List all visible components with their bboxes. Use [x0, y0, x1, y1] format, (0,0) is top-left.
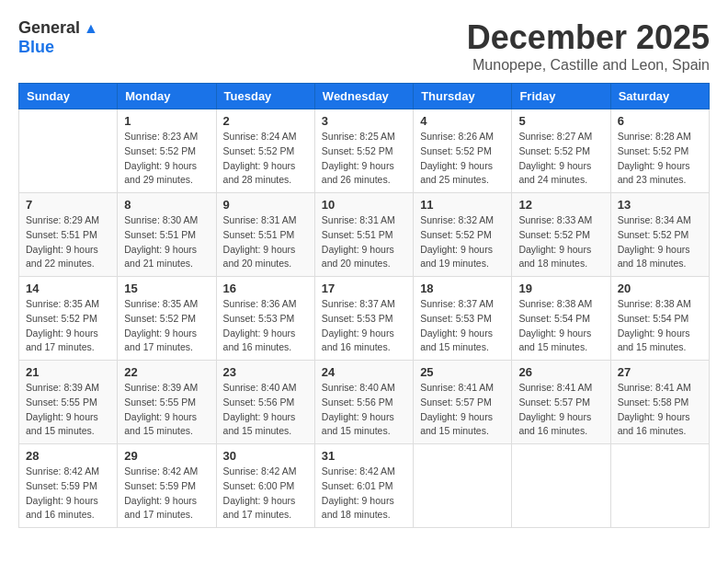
- day-number: 7: [26, 198, 110, 212]
- calendar-cell: 25Sunrise: 8:41 AM Sunset: 5:57 PM Dayli…: [414, 361, 512, 444]
- calendar-cell: [414, 444, 512, 528]
- day-number: 30: [223, 449, 308, 463]
- day-header-thursday: Thursday: [414, 84, 512, 109]
- calendar-cell: 1Sunrise: 8:23 AM Sunset: 5:52 PM Daylig…: [118, 109, 216, 193]
- calendar-cell: 10Sunrise: 8:31 AM Sunset: 5:51 PM Dayli…: [314, 193, 413, 277]
- calendar-cell: 11Sunrise: 8:32 AM Sunset: 5:52 PM Dayli…: [414, 193, 512, 277]
- day-number: 16: [223, 282, 308, 295]
- calendar-cell: 3Sunrise: 8:25 AM Sunset: 5:52 PM Daylig…: [314, 109, 413, 193]
- calendar-cell: 19Sunrise: 8:38 AM Sunset: 5:54 PM Dayli…: [512, 277, 610, 361]
- day-info: Sunrise: 8:42 AM Sunset: 6:00 PM Dayligh…: [223, 465, 308, 523]
- day-info: Sunrise: 8:25 AM Sunset: 5:52 PM Dayligh…: [322, 130, 406, 188]
- day-number: 13: [618, 198, 702, 212]
- day-info: Sunrise: 8:24 AM Sunset: 5:52 PM Dayligh…: [223, 130, 308, 188]
- logo-bird-icon: ▲: [84, 20, 98, 37]
- title-section: December 2025 Munopepe, Castille and Leo…: [467, 18, 710, 74]
- day-number: 4: [420, 114, 505, 128]
- day-number: 10: [322, 198, 406, 212]
- day-number: 11: [420, 198, 505, 212]
- day-info: Sunrise: 8:35 AM Sunset: 5:52 PM Dayligh…: [124, 297, 209, 355]
- day-info: Sunrise: 8:35 AM Sunset: 5:52 PM Dayligh…: [26, 297, 110, 355]
- day-number: 14: [26, 282, 110, 295]
- calendar-week-row: 7Sunrise: 8:29 AM Sunset: 5:51 PM Daylig…: [19, 193, 710, 277]
- day-header-sunday: Sunday: [19, 84, 118, 109]
- day-number: 20: [618, 282, 702, 295]
- day-info: Sunrise: 8:33 AM Sunset: 5:52 PM Dayligh…: [518, 213, 603, 271]
- calendar-cell: 4Sunrise: 8:26 AM Sunset: 5:52 PM Daylig…: [414, 109, 512, 193]
- calendar-cell: 31Sunrise: 8:42 AM Sunset: 6:01 PM Dayli…: [314, 444, 413, 528]
- day-info: Sunrise: 8:38 AM Sunset: 5:54 PM Dayligh…: [618, 297, 702, 355]
- calendar-cell: 22Sunrise: 8:39 AM Sunset: 5:55 PM Dayli…: [118, 361, 216, 444]
- calendar-cell: 5Sunrise: 8:27 AM Sunset: 5:52 PM Daylig…: [512, 109, 610, 193]
- calendar-cell: [19, 109, 118, 193]
- day-number: 15: [124, 282, 209, 295]
- day-number: 1: [124, 114, 209, 128]
- calendar-cell: [512, 444, 610, 528]
- day-number: 3: [322, 114, 406, 128]
- day-info: Sunrise: 8:34 AM Sunset: 5:52 PM Dayligh…: [618, 213, 702, 271]
- day-info: Sunrise: 8:38 AM Sunset: 5:54 PM Dayligh…: [518, 297, 603, 355]
- logo-general-text: General: [18, 18, 80, 38]
- calendar-cell: 27Sunrise: 8:41 AM Sunset: 5:58 PM Dayli…: [610, 361, 709, 444]
- calendar-week-row: 14Sunrise: 8:35 AM Sunset: 5:52 PM Dayli…: [19, 277, 710, 361]
- day-info: Sunrise: 8:30 AM Sunset: 5:51 PM Dayligh…: [124, 213, 209, 271]
- day-info: Sunrise: 8:39 AM Sunset: 5:55 PM Dayligh…: [124, 381, 209, 439]
- calendar-cell: 7Sunrise: 8:29 AM Sunset: 5:51 PM Daylig…: [19, 193, 118, 277]
- logo-blue-text: Blue: [18, 38, 54, 57]
- day-number: 27: [618, 365, 702, 379]
- calendar-cell: 24Sunrise: 8:40 AM Sunset: 5:56 PM Dayli…: [314, 361, 413, 444]
- calendar-cell: 26Sunrise: 8:41 AM Sunset: 5:57 PM Dayli…: [512, 361, 610, 444]
- calendar-cell: 17Sunrise: 8:37 AM Sunset: 5:53 PM Dayli…: [314, 277, 413, 361]
- day-number: 22: [124, 365, 209, 379]
- calendar-cell: 28Sunrise: 8:42 AM Sunset: 5:59 PM Dayli…: [19, 444, 118, 528]
- calendar-cell: 13Sunrise: 8:34 AM Sunset: 5:52 PM Dayli…: [610, 193, 709, 277]
- day-info: Sunrise: 8:36 AM Sunset: 5:53 PM Dayligh…: [223, 297, 308, 355]
- page-header: General ▲ Blue December 2025 Munopepe, C…: [18, 18, 710, 74]
- day-info: Sunrise: 8:41 AM Sunset: 5:58 PM Dayligh…: [618, 381, 702, 439]
- day-number: 17: [322, 282, 406, 295]
- day-info: Sunrise: 8:40 AM Sunset: 5:56 PM Dayligh…: [223, 381, 308, 439]
- calendar-cell: [610, 444, 709, 528]
- calendar-cell: 30Sunrise: 8:42 AM Sunset: 6:00 PM Dayli…: [216, 444, 314, 528]
- day-info: Sunrise: 8:41 AM Sunset: 5:57 PM Dayligh…: [420, 381, 505, 439]
- day-info: Sunrise: 8:42 AM Sunset: 6:01 PM Dayligh…: [322, 465, 406, 523]
- day-number: 28: [26, 449, 110, 463]
- day-header-tuesday: Tuesday: [216, 84, 314, 109]
- day-info: Sunrise: 8:31 AM Sunset: 5:51 PM Dayligh…: [223, 213, 308, 271]
- day-info: Sunrise: 8:40 AM Sunset: 5:56 PM Dayligh…: [322, 381, 406, 439]
- calendar-cell: 16Sunrise: 8:36 AM Sunset: 5:53 PM Dayli…: [216, 277, 314, 361]
- logo: General ▲ Blue: [18, 18, 98, 57]
- day-number: 24: [322, 365, 406, 379]
- day-number: 23: [223, 365, 308, 379]
- day-number: 21: [26, 365, 110, 379]
- day-info: Sunrise: 8:37 AM Sunset: 5:53 PM Dayligh…: [420, 297, 505, 355]
- day-number: 2: [223, 114, 308, 128]
- calendar-cell: 12Sunrise: 8:33 AM Sunset: 5:52 PM Dayli…: [512, 193, 610, 277]
- day-number: 5: [518, 114, 603, 128]
- calendar-cell: 6Sunrise: 8:28 AM Sunset: 5:52 PM Daylig…: [610, 109, 709, 193]
- day-number: 18: [420, 282, 505, 295]
- calendar-table: SundayMondayTuesdayWednesdayThursdayFrid…: [18, 83, 710, 528]
- day-info: Sunrise: 8:42 AM Sunset: 5:59 PM Dayligh…: [124, 465, 209, 523]
- day-number: 26: [518, 365, 603, 379]
- day-info: Sunrise: 8:23 AM Sunset: 5:52 PM Dayligh…: [124, 130, 209, 188]
- day-info: Sunrise: 8:26 AM Sunset: 5:52 PM Dayligh…: [420, 130, 505, 188]
- calendar-cell: 29Sunrise: 8:42 AM Sunset: 5:59 PM Dayli…: [118, 444, 216, 528]
- day-info: Sunrise: 8:42 AM Sunset: 5:59 PM Dayligh…: [26, 465, 110, 523]
- day-info: Sunrise: 8:39 AM Sunset: 5:55 PM Dayligh…: [26, 381, 110, 439]
- day-header-saturday: Saturday: [610, 84, 709, 109]
- calendar-cell: 21Sunrise: 8:39 AM Sunset: 5:55 PM Dayli…: [19, 361, 118, 444]
- calendar-week-row: 1Sunrise: 8:23 AM Sunset: 5:52 PM Daylig…: [19, 109, 710, 193]
- location-title: Munopepe, Castille and Leon, Spain: [467, 57, 710, 74]
- day-info: Sunrise: 8:37 AM Sunset: 5:53 PM Dayligh…: [322, 297, 406, 355]
- day-info: Sunrise: 8:28 AM Sunset: 5:52 PM Dayligh…: [618, 130, 702, 188]
- day-info: Sunrise: 8:41 AM Sunset: 5:57 PM Dayligh…: [518, 381, 603, 439]
- day-header-friday: Friday: [512, 84, 610, 109]
- calendar-header-row: SundayMondayTuesdayWednesdayThursdayFrid…: [19, 84, 710, 109]
- month-title: December 2025: [467, 18, 710, 57]
- calendar-cell: 23Sunrise: 8:40 AM Sunset: 5:56 PM Dayli…: [216, 361, 314, 444]
- calendar-cell: 15Sunrise: 8:35 AM Sunset: 5:52 PM Dayli…: [118, 277, 216, 361]
- day-number: 31: [322, 449, 406, 463]
- calendar-cell: 20Sunrise: 8:38 AM Sunset: 5:54 PM Dayli…: [610, 277, 709, 361]
- day-info: Sunrise: 8:31 AM Sunset: 5:51 PM Dayligh…: [322, 213, 406, 271]
